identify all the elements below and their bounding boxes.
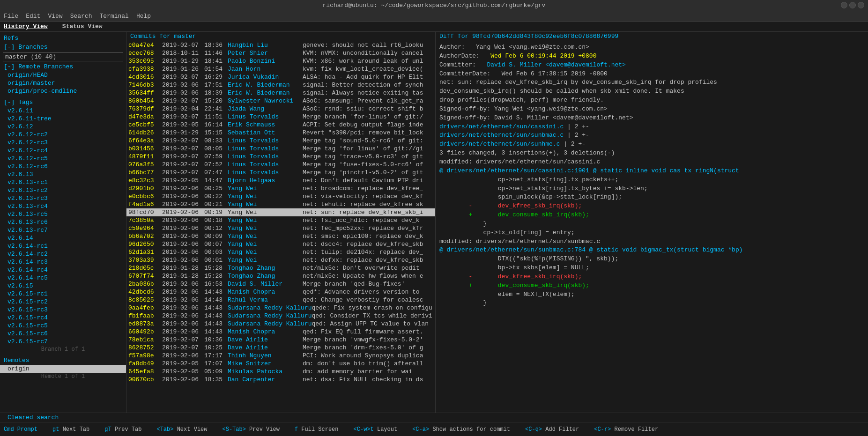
commit-row[interactable]: ed8873a 2019-02-06 14:43 Sudarsana Reddy… xyxy=(126,320,435,328)
commit-row[interactable]: 860b454 2019-02-07 15:20 Sylwester Nawro… xyxy=(126,97,435,105)
menu-file[interactable]: File xyxy=(4,13,18,20)
diff-content[interactable]: Author: Yang Wei <yang.wei9@zte.com.cn>A… xyxy=(436,41,868,411)
commit-row[interactable]: fb1faab 2019-02-06 14:43 Sudarsana Reddy… xyxy=(126,312,435,320)
sidebar-item-tag[interactable]: v2.6.12-rc2 xyxy=(0,131,126,139)
menu-edit[interactable]: Edit xyxy=(26,13,40,20)
commit-row[interactable]: c0a47e4 2019-02-07 18:36 Hangbin Liu gen… xyxy=(126,41,435,49)
commit-row[interactable]: 660492b 2019-02-06 14:43 Manish Chopra q… xyxy=(126,328,435,336)
sidebar-item-tag[interactable]: v2.6.15-rc6 xyxy=(0,330,126,338)
commit-row[interactable]: 76379df 2019-02-04 22:41 Jiada Wang ASoC… xyxy=(126,105,435,113)
commit-row[interactable]: 96d2650 2019-02-06 00:07 Yang Wei net: d… xyxy=(126,240,435,248)
commit-row[interactable]: 076a3f5 2019-02-07 07:52 Linus Torvalds … xyxy=(126,161,435,169)
commit-row[interactable]: 7146db3 2019-02-06 17:51 Eric W. Biederm… xyxy=(126,81,435,89)
diff-file-stat: drivers/net/ethernet/sun/sunhme.c | 2 +- xyxy=(439,140,864,149)
commit-row[interactable]: 4cd3016 2019-02-07 16:29 Jurica Vukadin … xyxy=(126,73,435,81)
sidebar-item-tag[interactable]: v2.6.13-rc7 xyxy=(0,226,126,234)
menu-view[interactable]: View xyxy=(48,13,62,20)
close-button[interactable] xyxy=(858,2,864,8)
sidebar-item-tag[interactable]: v2.6.14-rc5 xyxy=(0,274,126,282)
menu-help[interactable]: Help xyxy=(136,13,151,20)
sidebar-item-tag[interactable]: v2.6.11-tree xyxy=(0,115,126,123)
commit-row[interactable]: 6707f74 2019-01-28 15:28 Tonghao Zhang n… xyxy=(126,272,435,280)
maximize-button[interactable] xyxy=(849,2,856,8)
commit-row[interactable]: 3703a39 2019-02-06 00:01 Yang Wei net: d… xyxy=(126,256,435,264)
commit-row[interactable]: c50e964 2019-02-06 00:12 Yang Wei net: f… xyxy=(126,224,435,232)
sidebar-item-tag[interactable]: v2.6.15-rc1 xyxy=(0,290,126,298)
master-branch-box[interactable]: master (10 40) xyxy=(3,52,123,61)
commit-row[interactable]: ce5cbf5 2019-02-05 16:14 Erik Schmauss A… xyxy=(126,121,435,129)
sidebar-item-tag[interactable]: v2.6.12-rc6 xyxy=(0,163,126,170)
sidebar-item-tag[interactable]: v2.6.15-rc4 xyxy=(0,314,126,322)
sidebar-item-tag[interactable]: v2.6.14-rc1 xyxy=(0,242,126,250)
sidebar-item-tag[interactable]: v2.6.14 xyxy=(0,234,126,242)
commit-row[interactable]: d47e3da 2019-02-07 11:51 Linus Torvalds … xyxy=(126,113,435,121)
menu-search[interactable]: Search xyxy=(70,13,92,20)
commit-row[interactable]: 0aa4feb 2019-02-06 14:43 Sudarsana Reddy… xyxy=(126,304,435,312)
sidebar-item-tag[interactable]: v2.6.13 xyxy=(0,170,126,178)
sidebar-item-tag[interactable]: v2.6.13-rc5 xyxy=(0,210,126,218)
tab-history-view[interactable]: History View xyxy=(4,23,48,30)
sidebar-item-origin-master[interactable]: origin/master xyxy=(0,79,126,87)
remote-footer: Remote 1 of 1 xyxy=(0,373,126,380)
statusbar-item: Cmd Prompt xyxy=(4,426,37,433)
sidebar-item-tag[interactable]: v2.6.13-rc4 xyxy=(0,202,126,210)
sidebar-item-tag[interactable]: v2.6.13-rc6 xyxy=(0,218,126,226)
commit-row[interactable]: b031456 2019-02-07 08:05 Linus Torvalds … xyxy=(126,145,435,153)
commit-row[interactable]: b66bc77 2019-02-07 07:47 Linus Torvalds … xyxy=(126,169,435,177)
sidebar-item-tag[interactable]: v2.6.12 xyxy=(0,123,126,131)
commit-row[interactable]: fa8db49 2019-02-05 17:07 Mike Snitzer dm… xyxy=(126,360,435,368)
master-branch-item[interactable]: master (10 40) xyxy=(5,53,56,60)
commit-row[interactable]: f57a98e 2019-02-06 17:17 Thinh Nguyen PC… xyxy=(126,352,435,360)
commit-row[interactable]: 614db26 2019-01-29 15:15 Sebastian Ott R… xyxy=(126,129,435,137)
commit-row[interactable]: 2ba036b 2019-02-06 16:53 David S. Miller… xyxy=(126,280,435,288)
commit-row[interactable]: 218d05c 2019-01-28 15:28 Tonghao Zhang n… xyxy=(126,264,435,272)
commit-row[interactable]: 8628752 2019-02-07 10:25 Dave Airlie Mer… xyxy=(126,344,435,352)
sidebar-item-tag[interactable]: v2.6.15-rc5 xyxy=(0,322,126,330)
sidebar-item-tag[interactable]: v2.6.12-rc4 xyxy=(0,147,126,155)
sidebar-item-tag[interactable]: v2.6.14-rc3 xyxy=(0,258,126,266)
sidebar-item-tag[interactable]: v2.6.13-rc2 xyxy=(0,186,126,194)
sidebar-item-tag[interactable]: v2.6.11 xyxy=(0,107,126,115)
tags-label[interactable]: [-] Tags xyxy=(0,98,126,107)
menu-terminal[interactable]: Terminal xyxy=(99,13,128,20)
commit-row[interactable]: 35634ff 2019-02-06 18:39 Eric W. Biederm… xyxy=(126,89,435,97)
commit-row[interactable]: e0cbbc6 2019-02-06 00:22 Yang Wei net: v… xyxy=(126,192,435,200)
commit-row[interactable]: f4ad1a6 2019-02-06 00:21 Yang Wei net: t… xyxy=(126,200,435,208)
commit-row[interactable]: 353c095 2019-01-29 18:41 Paolo Bonzini K… xyxy=(126,57,435,65)
diff-line: cp->tx_old[ring] = entry; xyxy=(439,229,864,237)
sidebar-item-tag[interactable]: v2.6.15 xyxy=(0,282,126,290)
commit-row[interactable]: 645efa8 2019-02-05 05:09 Mikulas Patocka… xyxy=(126,368,435,376)
sidebar-item-tag[interactable]: v2.6.15-rc2 xyxy=(0,298,126,306)
sidebar-item-tag[interactable]: v2.6.14-rc2 xyxy=(0,250,126,258)
sidebar-item-tag[interactable]: v2.6.13-rc1 xyxy=(0,178,126,186)
commit-row[interactable]: 00670cb 2019-02-06 18:35 Dan Carpenter n… xyxy=(126,376,435,384)
sidebar-item-tag[interactable]: v2.6.15-rc7 xyxy=(0,338,126,346)
sidebar-item-tag[interactable]: v2.6.15-rc3 xyxy=(0,306,126,314)
tab-status-view[interactable]: Status View xyxy=(62,23,103,30)
remote-branches-label[interactable]: [-] Remote Branches xyxy=(0,62,126,71)
commit-row[interactable]: 7c3850a 2019-02-06 00:18 Yang Wei net: f… xyxy=(126,216,435,224)
commit-row[interactable]: bb6a702 2019-02-06 00:09 Yang Wei net: s… xyxy=(126,232,435,240)
commit-row[interactable]: 4879f11 2019-02-07 07:59 Linus Torvalds … xyxy=(126,153,435,161)
commit-row[interactable]: cfa3938 2019-01-26 01:54 Jaan Horn kvm: … xyxy=(126,65,435,73)
sidebar-item-tag[interactable]: v2.6.12-rc5 xyxy=(0,155,126,163)
minimize-button[interactable] xyxy=(841,2,847,8)
sidebar-item-origin-proc[interactable]: origin/proc-cmdline xyxy=(0,87,126,95)
commit-row[interactable]: 6f64e3a 2019-02-07 08:33 Linus Torvalds … xyxy=(126,137,435,145)
diff-line: - dev_kfree_skb_irq(skb); xyxy=(439,273,864,281)
commit-row[interactable]: 98fcd70 2019-02-06 00:19 Yang Wei net: s… xyxy=(126,208,435,216)
commit-row[interactable]: 42dbcd6 2019-02-06 14:43 Manish Chopra q… xyxy=(126,288,435,296)
commit-row[interactable]: 8c85025 2019-02-06 14:43 Rahul Verma qed… xyxy=(126,296,435,304)
commit-row[interactable]: 62d1a31 2019-02-06 00:03 Yang Wei net: t… xyxy=(126,248,435,256)
sidebar-item-origin[interactable]: origin xyxy=(0,365,126,373)
branches-label[interactable]: [-] Branches xyxy=(0,43,126,52)
commit-row[interactable]: ecec768 2018-10-11 11:46 Peter Shier KVM… xyxy=(126,49,435,57)
notification-text: Cleared search xyxy=(4,413,62,422)
sidebar-item-tag[interactable]: v2.6.14-rc4 xyxy=(0,266,126,274)
sidebar-item-origin-head[interactable]: origin/HEAD xyxy=(0,71,126,79)
commit-row[interactable]: 78eb1ca 2019-02-07 10:36 Dave Airlie Mer… xyxy=(126,336,435,344)
commit-row[interactable]: e8c32c3 2019-02-05 14:47 Bjorn Helgaas n… xyxy=(126,177,435,185)
sidebar-item-tag[interactable]: v2.6.13-rc3 xyxy=(0,194,126,202)
sidebar-item-tag[interactable]: v2.6.12-rc3 xyxy=(0,139,126,147)
commit-row[interactable]: d2901b0 2019-02-06 00:25 Yang Wei net: b… xyxy=(126,185,435,192)
